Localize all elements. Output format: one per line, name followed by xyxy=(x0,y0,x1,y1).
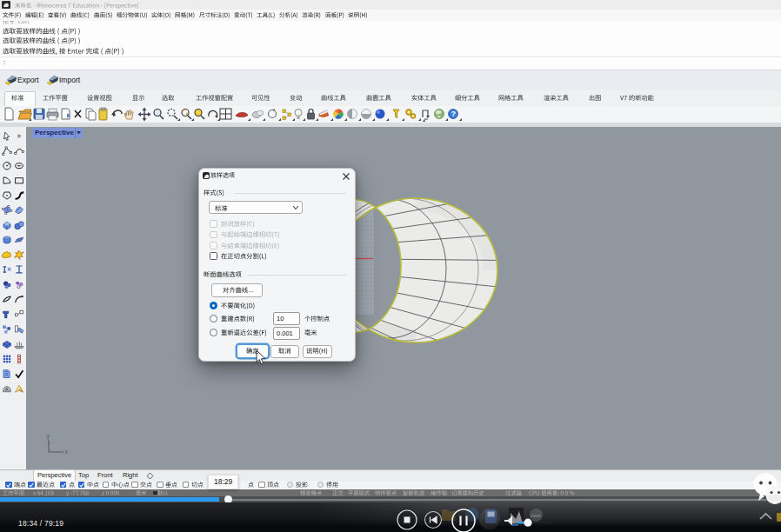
svg-text:?: ? xyxy=(451,110,457,118)
svg-text:x: x xyxy=(65,449,69,455)
svg-text:z: z xyxy=(48,440,50,445)
svg-text:LIVUP: LIVUP xyxy=(531,514,541,518)
svg-text:y: y xyxy=(47,433,50,440)
